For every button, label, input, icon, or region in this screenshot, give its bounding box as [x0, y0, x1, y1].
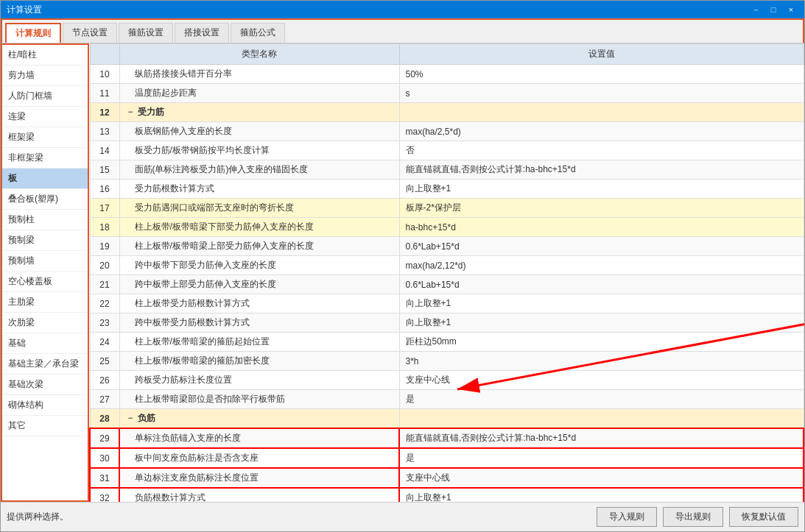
row-name: 纵筋搭接接头错开百分率 [119, 65, 399, 84]
table-row: 17 受力筋遇洞口或端部无支座时的弯折长度 板厚-2*保护层 [90, 199, 804, 218]
table-header-row: 类型名称 设置值 [90, 44, 804, 65]
tab-stirrup-formula[interactable]: 箍筋公式 [231, 23, 285, 43]
table-row: 23 跨中板带受力筋根数计算方式 向上取整+1 [90, 313, 804, 333]
sidebar-item-non-frame-beam[interactable]: 非框架梁 [2, 148, 88, 169]
row-value: 板厚-2*保护层 [399, 199, 804, 218]
row-name: 柱上板带/板带暗梁下部受力筋伸入支座的长度 [119, 218, 399, 237]
row-num: 26 [90, 371, 119, 390]
window-title: 计算设置 [7, 4, 42, 16]
sidebar-item-civil-door[interactable]: 人防门框墙 [2, 86, 88, 107]
row-value: ha-bhc+15*d [399, 218, 804, 237]
tab-node-settings[interactable]: 节点设置 [63, 23, 117, 43]
row-value: 50% [399, 65, 804, 84]
table-row: 13 板底钢筋伸入支座的长度 max(ha/2,5*d) [90, 122, 804, 141]
table-row: 21 跨中板带上部受力筋伸入支座的长度 0.6*Lab+15*d [90, 275, 804, 294]
row-name: 柱上板带暗梁部位是否扣除平行板带筋 [119, 390, 399, 409]
row-value: 是 [399, 448, 804, 468]
tab-stirrup-settings[interactable]: 箍筋设置 [119, 23, 173, 43]
table-row: 32 负筋根数计算方式 向上取整+1 [90, 488, 804, 502]
sidebar-item-foundation-secondary-beam[interactable]: 基础次梁 [2, 375, 88, 395]
sidebar-item-frame-beam[interactable]: 框架梁 [2, 127, 88, 148]
table-row: 18 柱上板带/板带暗梁下部受力筋伸入支座的长度 ha-bhc+15*d [90, 218, 804, 237]
footer-hint-text: 提供两种选择。 [7, 511, 591, 523]
tab-bar: 计算规则 节点设置 箍筋设置 搭接设置 箍筋公式 [1, 18, 804, 43]
row-num: 13 [90, 122, 119, 141]
table-row: 14 板受力筋/板带钢筋按平均长度计算 否 [90, 141, 804, 160]
row-num: 29 [90, 428, 119, 448]
row-name: 受力筋遇洞口或端部无支座时的弯折长度 [119, 199, 399, 218]
table-row: 11 温度筋起步距离 s [90, 84, 804, 103]
sidebar-item-composite-slab[interactable]: 叠合板(塑厚) [2, 189, 88, 210]
table-row: 30 板中间支座负筋标注是否含支座 是 [90, 448, 804, 468]
window-controls: － □ × [748, 4, 798, 15]
sidebar: 柱/暗柱 剪力墙 人防门框墙 连梁 框架梁 非框架梁 板 叠合板(塑厚) 预制柱… [1, 43, 89, 502]
sidebar-item-precast-column[interactable]: 预制柱 [2, 210, 88, 230]
table-row: 29 单标注负筋锚入支座的长度 能直锚就直锚,否则按公式计算:ha-bhc+15… [90, 428, 804, 448]
maximize-button[interactable]: □ [766, 4, 781, 15]
sidebar-item-hollow-slab[interactable]: 空心楼盖板 [2, 272, 88, 292]
table-row: 26 跨板受力筋标注长度位置 支座中心线 [90, 371, 804, 390]
sidebar-item-precast-beam[interactable]: 预制梁 [2, 230, 88, 251]
table-area: 类型名称 设置值 10 纵筋搭接接头错开百分率 50% 11 温度筋起步距离 s… [89, 43, 804, 502]
row-name: 跨中板带受力筋根数计算方式 [119, 313, 399, 333]
table-row: 24 柱上板带/板带暗梁的箍筋起始位置 距柱边50mm [90, 333, 804, 352]
settings-table: 类型名称 设置值 10 纵筋搭接接头错开百分率 50% 11 温度筋起步距离 s… [89, 43, 804, 502]
sidebar-item-masonry[interactable]: 砌体结构 [2, 395, 88, 416]
row-value: max(ha/2,5*d) [399, 122, 804, 141]
sidebar-item-precast-wall[interactable]: 预制墙 [2, 251, 88, 272]
sidebar-item-foundation-main-beam[interactable]: 基础主梁／承台梁 [2, 354, 88, 375]
import-rules-button[interactable]: 导入规则 [597, 507, 657, 527]
sidebar-item-column[interactable]: 柱/暗柱 [2, 45, 88, 65]
table-row: 31 单边标注支座负筋标注长度位置 支座中心线 [90, 468, 804, 488]
row-num: 14 [90, 141, 119, 160]
minimize-button[interactable]: － [748, 4, 763, 15]
title-bar: 计算设置 － □ × [1, 1, 804, 18]
row-name: 跨中板带下部受力筋伸入支座的长度 [119, 256, 399, 275]
row-value: 向上取整+1 [399, 180, 804, 199]
row-value: s [399, 84, 804, 103]
row-num: 15 [90, 160, 119, 180]
close-button[interactable]: × [784, 4, 798, 15]
row-num: 28 [90, 409, 119, 429]
table-row: 22 柱上板带受力筋根数计算方式 向上取整+1 [90, 294, 804, 313]
table-row: 15 面筋(单标注跨板受力筋)伸入支座的锚固长度 能直锚就直锚,否则按公式计算:… [90, 160, 804, 180]
sidebar-item-other[interactable]: 其它 [2, 416, 88, 436]
restore-defaults-button[interactable]: 恢复默认值 [729, 507, 798, 527]
table-row: 10 纵筋搭接接头错开百分率 50% [90, 65, 804, 84]
table-row: 16 受力筋根数计算方式 向上取整+1 [90, 180, 804, 199]
row-num: 32 [90, 488, 119, 502]
row-value: 距柱边50mm [399, 333, 804, 352]
row-value: 向上取整+1 [399, 488, 804, 502]
export-rules-button[interactable]: 导出规则 [663, 507, 723, 527]
row-name: －负筋 [119, 409, 399, 429]
row-value [399, 103, 804, 122]
sidebar-item-foundation[interactable]: 基础 [2, 333, 88, 354]
content-area: 计算规则 节点设置 箍筋设置 搭接设置 箍筋公式 柱/暗柱 剪力墙 人防门框墙 … [1, 18, 804, 531]
row-num: 20 [90, 256, 119, 275]
row-name: 面筋(单标注跨板受力筋)伸入支座的锚固长度 [119, 160, 399, 180]
table-row: 27 柱上板带暗梁部位是否扣除平行板带筋 是 [90, 390, 804, 409]
row-num: 27 [90, 390, 119, 409]
sidebar-item-slab[interactable]: 板 [2, 169, 88, 189]
sidebar-item-coupling-beam[interactable]: 连梁 [2, 107, 88, 127]
row-value: 是 [399, 390, 804, 409]
tab-splice-settings[interactable]: 搭接设置 [175, 23, 229, 43]
row-name: 受力筋根数计算方式 [119, 180, 399, 199]
row-name: 柱上板带/板带暗梁上部受力筋伸入支座的长度 [119, 237, 399, 256]
sidebar-item-main-rib[interactable]: 主肋梁 [2, 292, 88, 313]
tab-calc-rules[interactable]: 计算规则 [5, 23, 61, 43]
row-value: 向上取整+1 [399, 294, 804, 313]
row-value: 能直锚就直锚,否则按公式计算:ha-bhc+15*d [399, 160, 804, 180]
sidebar-item-secondary-rib[interactable]: 次肋梁 [2, 313, 88, 333]
row-num: 31 [90, 468, 119, 488]
row-name: －受力筋 [119, 103, 399, 122]
row-value: 支座中心线 [399, 468, 804, 488]
row-num: 19 [90, 237, 119, 256]
row-num: 21 [90, 275, 119, 294]
col-header-value: 设置值 [399, 44, 804, 65]
row-name: 柱上板带/板带暗梁的箍筋加密长度 [119, 352, 399, 371]
row-name: 板底钢筋伸入支座的长度 [119, 122, 399, 141]
row-value: 能直锚就直锚,否则按公式计算:ha-bhc+15*d [399, 428, 804, 448]
row-value: 支座中心线 [399, 371, 804, 390]
sidebar-item-shear-wall[interactable]: 剪力墙 [2, 65, 88, 86]
